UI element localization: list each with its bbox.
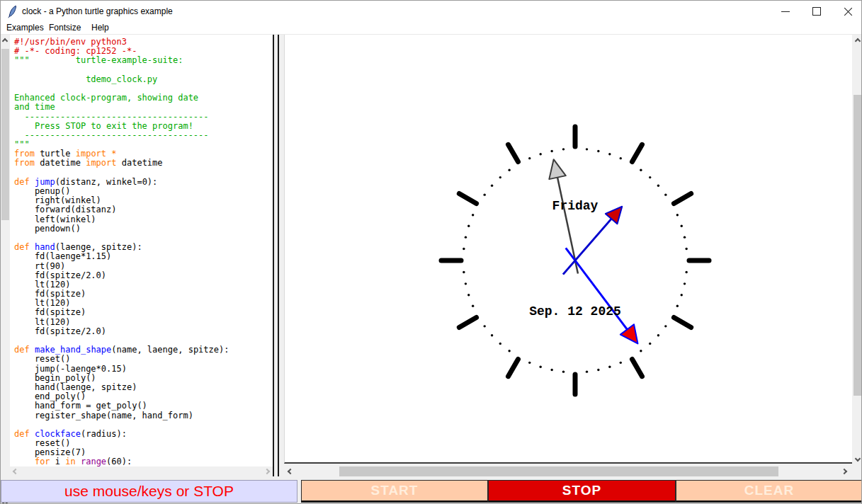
hour-tick	[674, 318, 691, 328]
code-line: pendown()	[14, 224, 273, 234]
clock-weekday-text: Friday	[552, 199, 599, 213]
minute-dot	[608, 153, 611, 155]
minute-dot	[608, 366, 611, 368]
minute-dot	[620, 362, 622, 364]
window-title: clock - a Python turtle graphics example	[22, 1, 173, 22]
status-message: use mouse/keys or STOP	[1, 480, 297, 503]
minute-dot	[684, 282, 686, 285]
minimize-icon	[781, 11, 790, 12]
scroll-left-icon[interactable]	[13, 469, 18, 474]
minute-dot	[499, 176, 501, 178]
clock-face: Friday Sep. 12 2025	[285, 35, 852, 462]
stop-button[interactable]: STOP	[488, 480, 676, 503]
minute-dot	[465, 236, 467, 238]
minute-dot	[640, 168, 642, 171]
turtle-canvas[interactable]: Friday Sep. 12 2025	[284, 35, 852, 464]
scroll-left-icon[interactable]	[288, 469, 293, 474]
code-vertical-scrollbar[interactable]	[1, 35, 10, 476]
clock-date-text: Sep. 12 2025	[529, 304, 621, 319]
app-window: clock - a Python turtle graphics example…	[0, 0, 862, 504]
minute-dot	[676, 305, 679, 307]
second-hand-head	[549, 159, 565, 179]
scrollbar-thumb[interactable]	[854, 95, 862, 396]
maximize-icon	[812, 7, 821, 16]
scroll-up-icon[interactable]	[855, 38, 861, 44]
minute-dot	[550, 369, 552, 371]
menu-bar: Examples Fontsize Help	[1, 22, 861, 35]
hour-tick	[459, 194, 476, 204]
minute-dot	[499, 343, 501, 345]
minute-dot	[528, 362, 531, 364]
minute-dot	[640, 350, 642, 352]
minute-dot	[539, 366, 541, 368]
canvas-vertical-scrollbar[interactable]	[853, 35, 862, 464]
minute-dot	[463, 248, 465, 250]
scrollbar-thumb[interactable]	[339, 466, 778, 476]
minute-dot	[550, 150, 552, 152]
minute-dot	[620, 157, 622, 159]
minute-dot	[597, 150, 599, 152]
code-line: """ turtle-example-suite:	[14, 56, 273, 65]
hour-tick	[509, 359, 518, 376]
menu-item-fontsize[interactable]: Fontsize	[46, 22, 84, 35]
minute-dot	[685, 271, 687, 273]
hour-tick	[633, 359, 642, 376]
hour-tick	[633, 144, 642, 161]
maximize-button[interactable]	[805, 1, 828, 22]
code-line: from datetime import datetime	[14, 159, 273, 168]
code-line: for i in range(60):	[14, 457, 273, 466]
clear-button[interactable]: CLEAR	[676, 480, 862, 503]
scroll-right-icon[interactable]	[264, 469, 270, 474]
hour-tick	[509, 144, 518, 161]
minute-dot	[657, 185, 659, 187]
close-button[interactable]	[837, 1, 859, 22]
minute-dot	[491, 185, 493, 187]
minute-dot	[649, 176, 651, 178]
minute-dot	[681, 224, 683, 227]
hour-hand-shaft	[563, 219, 611, 274]
minute-dot	[649, 343, 651, 345]
minimize-button[interactable]	[774, 1, 797, 22]
minute-dot	[664, 193, 667, 195]
minute-dot	[597, 369, 599, 371]
minute-dot	[657, 334, 659, 336]
scroll-down-icon[interactable]	[855, 456, 861, 462]
minute-dot	[562, 370, 565, 372]
minute-dot	[483, 193, 485, 195]
feather-icon	[7, 5, 18, 18]
code-horizontal-scrollbar[interactable]	[10, 466, 273, 476]
hour-tick	[674, 194, 691, 204]
minute-dot	[491, 334, 493, 336]
code-line: ------------------------------------	[14, 131, 273, 140]
minute-dot	[508, 168, 510, 171]
code-line: tdemo_clock.py	[14, 75, 273, 84]
scroll-up-icon[interactable]	[2, 38, 8, 44]
minute-dot	[681, 294, 683, 296]
minute-dot	[586, 148, 588, 150]
scroll-right-icon[interactable]	[841, 469, 847, 474]
title-bar[interactable]: clock - a Python turtle graphics example	[1, 1, 861, 22]
code-lines: #!/usr/bin/env python3# -*- coding: cp12…	[14, 38, 273, 466]
minute-dot	[684, 236, 686, 238]
minute-dot	[685, 248, 687, 250]
minute-dot	[472, 214, 474, 216]
status-row: use mouse/keys or STOP START STOP CLEAR	[1, 480, 861, 503]
scrollbar-thumb[interactable]	[1, 49, 9, 220]
menu-item-help[interactable]: Help	[89, 22, 112, 35]
minute-dot	[562, 148, 565, 150]
minute-dot	[528, 157, 531, 159]
minute-dot	[467, 294, 470, 296]
minute-dot	[483, 325, 485, 327]
menu-item-examples[interactable]: Examples	[4, 22, 47, 35]
start-button[interactable]: START	[301, 480, 488, 503]
code-editor[interactable]: #!/usr/bin/env python3# -*- coding: cp12…	[10, 35, 273, 466]
minute-dot	[664, 325, 667, 327]
hour-tick	[459, 318, 476, 328]
canvas-horizontal-scrollbar[interactable]	[284, 466, 852, 476]
minute-dot	[676, 214, 679, 216]
minute-dot	[465, 282, 467, 285]
minute-dot	[539, 153, 541, 155]
code-line: fd(spitze/2.0)	[14, 327, 273, 336]
code-panel-border	[273, 35, 274, 476]
minute-dot	[463, 271, 465, 273]
